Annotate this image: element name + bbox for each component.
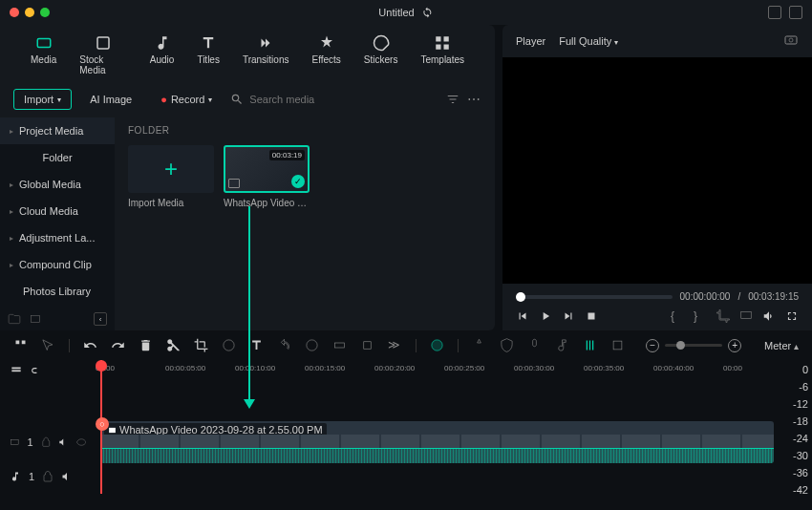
- display-icon[interactable]: [739, 309, 753, 323]
- crop-tool-icon[interactable]: [194, 338, 208, 352]
- audio-track-icon: [10, 471, 21, 482]
- media-clip-tile[interactable]: 00:03:19 ✓ WhatsApp Video 202...: [224, 145, 310, 208]
- zoom-slider[interactable]: [665, 344, 722, 347]
- record-button[interactable]: ●Record▾: [150, 89, 223, 110]
- player-label: Player: [516, 35, 545, 47]
- delete-icon[interactable]: [139, 338, 153, 352]
- window-controls: [10, 8, 50, 17]
- more-tools-icon[interactable]: ≫: [388, 338, 402, 352]
- ruler-tick: 00:00:05:00: [165, 364, 205, 372]
- track-options-icon[interactable]: [10, 364, 23, 377]
- svg-rect-7: [785, 36, 797, 44]
- search-input[interactable]: [230, 94, 438, 105]
- filmstrip-icon: [228, 179, 240, 188]
- preview-panel[interactable]: [502, 57, 812, 284]
- redo-icon[interactable]: [111, 338, 125, 352]
- sidebar-global-media[interactable]: ▸Global Media: [0, 171, 115, 198]
- svg-rect-19: [11, 368, 20, 370]
- layout-icon-2[interactable]: [789, 6, 802, 19]
- close-window[interactable]: [10, 8, 19, 17]
- zoom-in-icon[interactable]: +: [728, 339, 741, 352]
- ruler-tick: 00:00:15:00: [305, 364, 345, 372]
- tab-titles[interactable]: Titles: [185, 31, 231, 79]
- search-field[interactable]: [230, 94, 438, 105]
- tab-transitions[interactable]: Transitions: [231, 31, 301, 79]
- color-icon[interactable]: [305, 338, 319, 352]
- video-track-header: 1: [0, 419, 96, 465]
- volume-icon[interactable]: [762, 309, 776, 323]
- meter-toggle[interactable]: Meter ▴: [764, 340, 799, 351]
- next-frame-icon[interactable]: [562, 309, 575, 323]
- mixer-icon[interactable]: [583, 338, 597, 352]
- layout-icon-1[interactable]: [768, 6, 781, 19]
- mute-icon[interactable]: [61, 471, 73, 482]
- minimize-window[interactable]: [25, 8, 34, 17]
- lock-icon[interactable]: [42, 471, 53, 482]
- lock-icon[interactable]: [41, 436, 51, 448]
- collapse-sidebar[interactable]: ‹: [94, 312, 107, 326]
- eye-icon[interactable]: [76, 436, 86, 448]
- tab-templates[interactable]: Templates: [409, 31, 476, 79]
- tab-media[interactable]: Media: [19, 31, 68, 79]
- marker-icon[interactable]: [472, 338, 486, 352]
- meter-value: -12: [782, 398, 808, 410]
- current-time: 00:00:00:00: [680, 291, 731, 302]
- plus-icon: +: [164, 156, 178, 182]
- ai-icon[interactable]: [430, 338, 444, 352]
- rotate-icon[interactable]: [277, 338, 291, 352]
- tab-audio[interactable]: Audio: [139, 31, 186, 79]
- mark-in-icon[interactable]: {: [671, 309, 684, 323]
- tab-stickers[interactable]: Stickers: [353, 31, 410, 79]
- sidebar-cloud-media[interactable]: ▸Cloud Media: [0, 198, 115, 224]
- mark-out-icon[interactable]: }: [694, 309, 707, 323]
- prev-frame-icon[interactable]: [516, 309, 529, 323]
- mic-icon[interactable]: [527, 338, 542, 352]
- waveform: [100, 448, 774, 463]
- sidebar-adjustment[interactable]: ▸Adjustment La...: [0, 224, 115, 251]
- music-icon[interactable]: [555, 338, 569, 352]
- ai-image-button[interactable]: AI Image: [79, 89, 142, 110]
- undo-icon[interactable]: [83, 338, 97, 352]
- sidebar-project-media[interactable]: ▸Project Media: [0, 117, 115, 144]
- filter-icon[interactable]: [446, 93, 459, 106]
- sidebar-folder[interactable]: Folder: [0, 144, 115, 171]
- scrub-bar[interactable]: [516, 295, 673, 299]
- ruler-tick: 00:00:25:00: [444, 364, 484, 372]
- timeline-clip[interactable]: WhatsApp Video 2023-09-28 at 2.55.00 PM: [100, 421, 774, 463]
- new-bin-icon[interactable]: [29, 312, 42, 328]
- text-icon[interactable]: [249, 338, 264, 352]
- svg-rect-3: [444, 36, 449, 41]
- magnet-icon[interactable]: [13, 338, 28, 352]
- snapshot-icon[interactable]: [783, 32, 799, 50]
- maximize-window[interactable]: [40, 8, 50, 17]
- tab-stock-media[interactable]: Stock Media: [68, 31, 139, 79]
- more-icon[interactable]: ⋯: [467, 92, 481, 107]
- time-ruler[interactable]: 00:0000:00:05:0000:00:10:0000:00:15:0000…: [96, 360, 779, 381]
- link-icon[interactable]: [31, 364, 44, 377]
- render-icon[interactable]: [610, 338, 625, 352]
- new-folder-icon[interactable]: [8, 312, 21, 328]
- timeline-toolbar: ≫ − + Meter ▴: [0, 330, 812, 360]
- stop-icon[interactable]: [585, 309, 598, 323]
- quality-select[interactable]: Full Quality ▾: [559, 35, 618, 47]
- fullscreen-icon[interactable]: [785, 309, 799, 323]
- adjust-icon[interactable]: [332, 338, 347, 352]
- play-icon[interactable]: [539, 309, 552, 323]
- keyframe-icon[interactable]: [360, 338, 374, 352]
- crop-icon[interactable]: [716, 309, 730, 323]
- select-icon[interactable]: [41, 338, 55, 352]
- cut-icon[interactable]: [166, 338, 181, 352]
- shield-icon[interactable]: [500, 338, 514, 352]
- svg-rect-18: [613, 341, 622, 350]
- import-media-tile[interactable]: + Import Media: [128, 145, 214, 208]
- import-button[interactable]: Import▾: [13, 89, 72, 110]
- tab-effects[interactable]: Effects: [300, 31, 352, 79]
- sidebar-compound-clip[interactable]: ▸Compound Clip: [0, 251, 115, 278]
- clip-effect-badge[interactable]: ○: [96, 417, 109, 431]
- speed-icon[interactable]: [222, 338, 236, 352]
- timeline-area[interactable]: 00:0000:00:05:0000:00:10:0000:00:15:0000…: [96, 360, 779, 494]
- svg-rect-0: [37, 39, 51, 48]
- sidebar-photos-library[interactable]: Photos Library: [0, 278, 115, 305]
- mute-icon[interactable]: [58, 436, 68, 448]
- zoom-out-icon[interactable]: −: [646, 339, 659, 352]
